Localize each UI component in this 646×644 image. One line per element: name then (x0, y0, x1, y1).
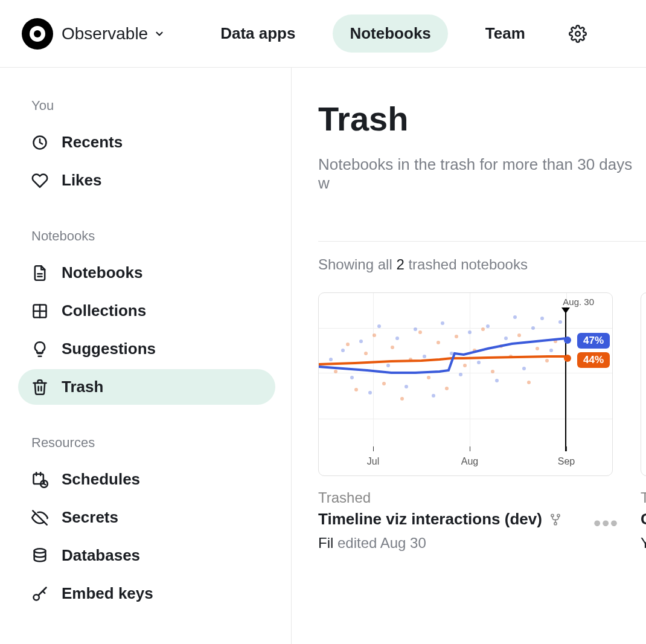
database-icon (31, 547, 48, 564)
notebook-card[interactable]: T C Y (641, 292, 646, 552)
svg-point-17 (359, 340, 363, 343)
chevron-down-icon (154, 28, 165, 39)
sidebar-item-label: Schedules (62, 470, 140, 489)
sidebar-item-embed-keys[interactable]: Embed keys (18, 576, 275, 611)
document-icon (31, 265, 48, 282)
tab-notebooks[interactable]: Notebooks (333, 14, 447, 53)
svg-point-41 (346, 343, 350, 346)
showing-count-text: Showing all 2 trashed notebooks (318, 256, 646, 273)
svg-point-21 (395, 336, 399, 340)
annotation-vline (565, 308, 566, 451)
svg-point-57 (491, 370, 494, 373)
svg-point-43 (364, 352, 368, 355)
svg-point-30 (477, 361, 481, 364)
svg-point-24 (423, 355, 426, 358)
svg-point-35 (522, 367, 526, 370)
page-title: Trash (318, 99, 646, 138)
svg-point-60 (517, 333, 521, 337)
svg-point-45 (382, 382, 386, 385)
sidebar-item-label: Embed keys (62, 584, 153, 603)
chart-badge-orange: 44% (577, 352, 610, 368)
svg-point-33 (504, 336, 508, 340)
svg-point-63 (545, 359, 549, 362)
card-status: Trashed (318, 489, 613, 506)
svg-point-40 (334, 370, 337, 373)
svg-rect-7 (34, 474, 43, 483)
nav-tabs: Data apps Notebooks Team (203, 14, 542, 53)
sidebar-item-label: Notebooks (62, 263, 142, 282)
sidebar-item-label: Collections (62, 301, 146, 320)
sidebar-item-recents[interactable]: Recents (18, 124, 275, 160)
svg-point-34 (513, 315, 517, 319)
heart-icon (31, 172, 48, 189)
svg-point-61 (527, 381, 531, 384)
sidebar: You Recents Likes Notebooks Notebooks Co… (0, 68, 292, 644)
sidebar-item-suggestions[interactable]: Suggestions (18, 331, 275, 367)
chart-date-annotation: Aug. 30 (563, 297, 594, 307)
logo[interactable] (22, 18, 53, 50)
tab-team[interactable]: Team (469, 14, 542, 53)
svg-point-23 (414, 327, 417, 331)
sidebar-item-databases[interactable]: Databases (18, 538, 275, 573)
svg-point-49 (418, 330, 422, 334)
sidebar-item-label: Recents (62, 133, 123, 152)
bulb-icon (31, 341, 48, 358)
sidebar-item-schedules[interactable]: Schedules (18, 462, 275, 497)
sidebar-section-notebooks: Notebooks Notebooks Collections Suggesti… (31, 228, 275, 405)
calendar-clock-icon (31, 471, 48, 488)
svg-point-31 (486, 324, 490, 328)
notebook-thumbnail (641, 292, 646, 476)
sidebar-item-likes[interactable]: Likes (18, 163, 275, 198)
card-title: C (641, 510, 646, 529)
sidebar-item-trash[interactable]: Trash (18, 369, 275, 405)
sidebar-section-label: You (31, 98, 275, 114)
sidebar-item-label: Likes (62, 171, 102, 190)
svg-point-51 (437, 341, 440, 344)
divider (318, 241, 646, 242)
sidebar-item-notebooks[interactable]: Notebooks (18, 255, 275, 291)
svg-point-42 (354, 388, 358, 391)
sidebar-item-label: Trash (62, 378, 103, 396)
gear-icon[interactable] (569, 25, 587, 43)
tab-data-apps[interactable]: Data apps (203, 14, 312, 53)
svg-point-16 (350, 376, 354, 379)
svg-point-26 (441, 321, 444, 325)
sidebar-item-secrets[interactable]: Secrets (18, 500, 275, 535)
card-author: Fil (318, 535, 333, 551)
svg-point-38 (549, 349, 553, 352)
svg-point-44 (373, 333, 376, 337)
grid-icon (31, 303, 48, 320)
svg-point-27 (450, 352, 453, 355)
key-icon (31, 585, 48, 602)
svg-point-47 (400, 397, 404, 401)
fork-icon (549, 514, 561, 526)
svg-point-50 (427, 376, 430, 379)
card-more-icon[interactable]: ••• (593, 511, 619, 534)
svg-point-12 (34, 549, 46, 553)
card-meta: Y (641, 535, 646, 552)
svg-point-52 (445, 387, 449, 390)
svg-point-18 (368, 391, 372, 394)
sidebar-item-collections[interactable]: Collections (18, 293, 275, 329)
svg-point-53 (455, 335, 458, 338)
svg-point-37 (540, 317, 544, 320)
main-content: Trash Notebooks in the trash for more th… (292, 68, 646, 644)
line-end-dot-orange (564, 355, 571, 362)
notebook-card[interactable]: Aug. 30 47% 44% Jul Aug Sep Trashed (318, 292, 613, 552)
svg-point-22 (405, 385, 408, 388)
svg-point-15 (341, 349, 345, 352)
card-meta: Fil edited Aug 30 (318, 535, 613, 552)
chart-xlabel: Jul (367, 456, 379, 467)
top-bar: Observable Data apps Notebooks Team (0, 0, 646, 68)
clock-icon (31, 134, 48, 151)
sidebar-section-resources: Resources Schedules Secrets Databases Em… (31, 435, 275, 611)
svg-point-56 (481, 327, 485, 331)
sidebar-item-label: Secrets (62, 508, 118, 527)
workspace-switcher[interactable]: Observable (62, 24, 165, 43)
card-title: Timeline viz interactions (dev) (318, 510, 542, 529)
sidebar-item-label: Suggestions (62, 340, 156, 358)
svg-point-28 (459, 373, 462, 376)
svg-point-14 (329, 358, 333, 361)
notebook-thumbnail: Aug. 30 47% 44% Jul Aug Sep (318, 292, 613, 476)
line-end-dot-blue (564, 336, 571, 344)
